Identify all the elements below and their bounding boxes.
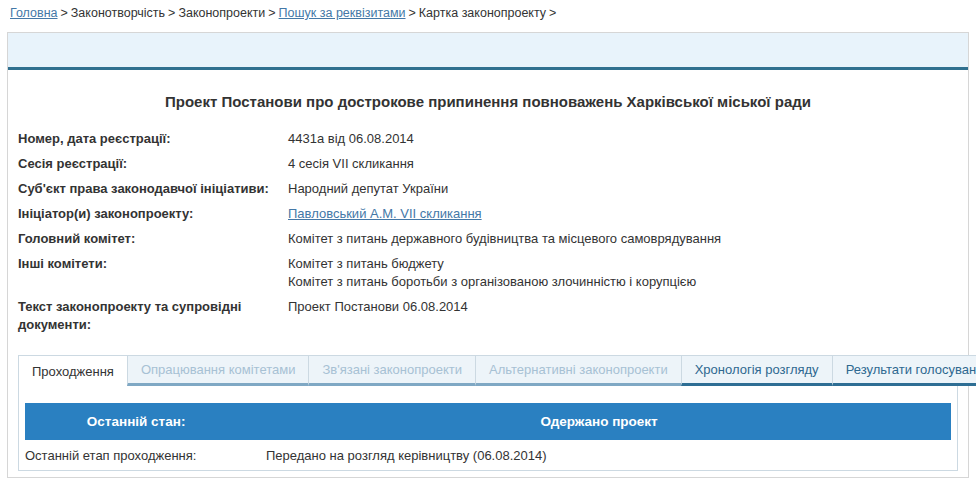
breadcrumb-item: Законопроекти [178,6,265,20]
field-label: Ініціатор(и) законопроекту: [18,205,288,223]
tab-item[interactable]: Проходження [18,355,127,386]
field-label: Номер, дата реєстрації: [18,130,288,148]
field-row: Номер, дата реєстрації:4431а від 06.08.2… [18,130,958,148]
breadcrumb-separator: > [58,6,71,20]
breadcrumb-link[interactable]: Пошук за реквізитами [279,6,406,20]
tab-item: Опрацювання комітетами [127,355,309,386]
field-value-line: Комітет з питань державного будівництва … [288,230,958,248]
tab-strip: ПроходженняОпрацювання комітетамиЗв'язан… [18,355,958,386]
breadcrumb: Головна>Законотворчість>Законопроекти>По… [0,0,976,25]
field-value: 4431а від 06.08.2014 [288,130,958,148]
status-row: Останній етап проходження: Передано на р… [25,440,951,470]
field-value-line: Комітет з питань бюджету [288,255,958,273]
status-row-value: Передано на розгляд керівництву (06.08.2… [266,448,951,463]
fields-list: Номер, дата реєстрації:4431а від 06.08.2… [18,130,958,334]
field-label: Текст законопроекту та супровідні докуме… [18,298,288,334]
field-row: Суб'єкт права законодавчої ініціативи:На… [18,180,958,198]
tab-content: Останній стан: Одержано проект Останній … [19,386,957,470]
breadcrumb-separator: > [546,6,559,20]
field-row: Інші комітети:Комітет з питань бюджетуКо… [18,255,958,291]
page-title: Проект Постанови про дострокове припинен… [18,93,958,110]
field-row: Ініціатор(и) законопроекту:Павловський А… [18,205,958,223]
field-label: Інші комітети: [18,255,288,273]
field-value: Народний депутат України [288,180,958,198]
field-value-line: 4 сесія VII скликання [288,155,958,173]
status-row-label: Останній етап проходження: [25,448,266,463]
status-header-value: Одержано проект [247,414,951,429]
field-row: Сесія реєстрації:4 сесія VII скликання [18,155,958,173]
breadcrumb-item: Картка законопроекту [419,6,546,20]
status-header-bar: Останній стан: Одержано проект [25,403,951,440]
field-value: 4 сесія VII скликання [288,155,958,173]
tab-item: Альтернативні законопроекти [475,355,681,386]
breadcrumb-separator: > [406,6,419,20]
field-value: Комітет з питань державного будівництва … [288,230,958,248]
header-band [8,33,968,70]
field-row: Текст законопроекту та супровідні докуме… [18,298,958,334]
breadcrumb-separator: > [265,6,278,20]
field-row: Головний комітет:Комітет з питань держав… [18,230,958,248]
field-value-line: 4431а від 06.08.2014 [288,130,958,148]
main-area: Проект Постанови про дострокове припинен… [8,93,968,471]
tabs-container: ПроходженняОпрацювання комітетамиЗв'язан… [18,355,958,471]
field-value: Комітет з питань бюджетуКомітет з питань… [288,255,958,291]
tab-item[interactable]: Результати голосування [832,355,976,386]
status-header-label: Останній стан: [25,414,247,429]
initiator-link[interactable]: Павловський А.М. VII скликання [288,206,482,221]
breadcrumb-separator: > [165,6,178,20]
field-value: Проект Постанови 06.08.2014 [288,298,958,316]
breadcrumb-link[interactable]: Головна [10,6,58,20]
field-label: Сесія реєстрації: [18,155,288,173]
field-label: Суб'єкт права законодавчої ініціативи: [18,180,288,198]
field-value-line: Комітет з питань боротьби з організовано… [288,273,958,291]
field-label: Головний комітет: [18,230,288,248]
content-box: Проект Постанови про дострокове припинен… [7,32,969,478]
tab-item: Зв'язані законопроекти [308,355,475,386]
field-value: Павловський А.М. VII скликання [288,205,958,223]
tab-item[interactable]: Хронологія розгляду [681,355,832,386]
field-value-line: Проект Постанови 06.08.2014 [288,298,958,316]
breadcrumb-item: Законотворчість [71,6,165,20]
field-value-line: Народний депутат України [288,180,958,198]
